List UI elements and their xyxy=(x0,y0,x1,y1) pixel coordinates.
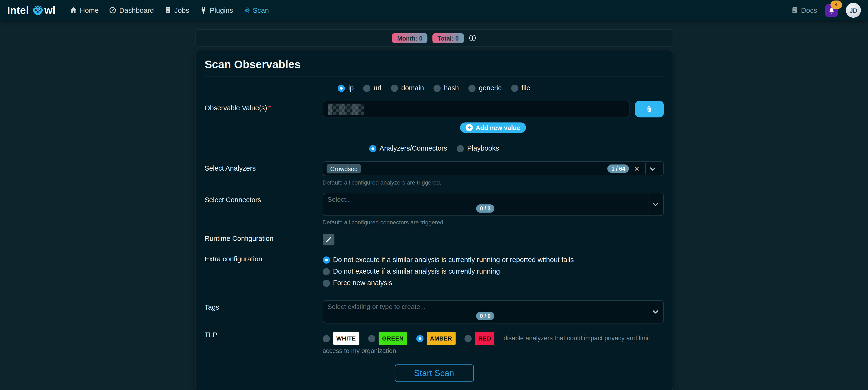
runtime-configuration-label: Runtime Configuration xyxy=(205,234,322,243)
extra-configuration-label: Extra configuration xyxy=(205,254,322,263)
page-title: Scan Observables xyxy=(205,58,663,71)
select-connectors-row: Select Connectors Select.. 0 / 3 Default… xyxy=(205,193,663,226)
chevron-down-icon[interactable] xyxy=(648,308,662,316)
tlp-white-badge: WHITE xyxy=(333,332,359,345)
title-divider xyxy=(205,76,663,77)
select-connectors-label: Select Connectors xyxy=(205,193,322,204)
tags-label: Tags xyxy=(205,300,322,311)
tlp-option-amber[interactable]: AMBER xyxy=(416,332,455,345)
docs-link[interactable]: Docs xyxy=(791,6,817,14)
intelowl-app: Intel wl Home xyxy=(0,0,868,390)
required-asterisk: * xyxy=(268,104,271,112)
observable-values-row: Observable Value(s)* xyxy=(205,101,663,133)
job-quota-card: Month: 0 Total: 0 xyxy=(195,29,673,47)
nav-item-plugins[interactable]: Plugins xyxy=(200,6,233,14)
classification-radio-group: ip url domain hash generic file xyxy=(205,84,663,92)
add-new-value-button[interactable]: + Add new value xyxy=(460,122,526,133)
radio-icon xyxy=(322,279,330,287)
remove-value-button[interactable] xyxy=(635,101,663,118)
nav-item-scan[interactable]: ☠ Scan xyxy=(244,6,269,14)
mode-option-analyzers-connectors[interactable]: Analyzers/Connectors xyxy=(369,145,447,152)
runtime-configuration-row: Runtime Configuration xyxy=(205,234,663,245)
owl-logo-icon xyxy=(33,5,43,16)
connectors-placeholder: Select.. xyxy=(328,196,643,203)
observable-value-input[interactable] xyxy=(322,101,629,118)
home-icon xyxy=(70,7,77,14)
user-avatar[interactable]: JD xyxy=(846,3,861,18)
classification-option-generic[interactable]: generic xyxy=(468,84,501,92)
connectors-multiselect[interactable]: Select.. 0 / 3 xyxy=(322,193,663,216)
radio-icon xyxy=(468,84,475,92)
radio-icon xyxy=(465,335,472,342)
extra-configuration-row: Extra configuration Do not execute if a … xyxy=(205,254,663,287)
tlp-option-green[interactable]: GREEN xyxy=(368,332,407,345)
radio-icon xyxy=(322,256,330,264)
nav-item-home[interactable]: Home xyxy=(70,6,99,14)
classification-option-url[interactable]: url xyxy=(363,84,381,92)
info-icon[interactable] xyxy=(469,34,476,42)
brand-logo[interactable]: Intel wl xyxy=(7,4,56,17)
plus-circle-icon: + xyxy=(466,124,473,131)
radio-icon xyxy=(368,335,376,342)
mode-radio-group: Analyzers/Connectors Playbooks xyxy=(205,145,663,152)
nav-item-label: Dashboard xyxy=(119,6,154,14)
tlp-option-white[interactable]: WHITE xyxy=(322,332,359,345)
dashboard-icon xyxy=(109,7,117,14)
radio-icon xyxy=(391,84,398,92)
tags-placeholder: Select existing or type to create... xyxy=(328,303,643,311)
tlp-red-badge: RED xyxy=(475,332,494,345)
classification-option-ip[interactable]: ip xyxy=(338,84,354,92)
scan-skull-icon: ☠ xyxy=(244,7,250,14)
tlp-amber-badge: AMBER xyxy=(427,332,455,345)
radio-icon xyxy=(338,84,345,92)
navbar: Intel wl Home xyxy=(0,0,868,21)
analyzers-multiselect[interactable]: Crowdsec 1 / 64 ✕ xyxy=(322,161,663,176)
observable-values-label: Observable Value(s)* xyxy=(205,101,322,112)
clear-selection-icon[interactable]: ✕ xyxy=(634,165,640,173)
navbar-right: Docs 4 JD xyxy=(791,3,861,18)
notifications-button[interactable]: 4 xyxy=(825,3,838,17)
total-quota-badge: Total: 0 xyxy=(432,33,464,43)
scan-observables-card: Scan Observables ip url domain hash xyxy=(195,50,673,390)
extra-option-no-exec-without-fails[interactable]: Do not execute if a similar analysis is … xyxy=(322,256,663,264)
radio-icon xyxy=(511,84,518,92)
nav-menu: Home Dashboard Jobs xyxy=(70,6,269,14)
radio-icon xyxy=(322,335,330,342)
jobs-icon xyxy=(164,7,172,14)
docs-icon xyxy=(791,7,798,14)
chevron-down-icon[interactable] xyxy=(648,201,662,208)
classification-option-hash[interactable]: hash xyxy=(433,84,459,92)
radio-icon xyxy=(363,84,370,92)
brand-intel-text: Intel xyxy=(7,4,29,17)
notifications-count-badge: 4 xyxy=(830,0,842,8)
classification-option-domain[interactable]: domain xyxy=(391,84,424,92)
nav-item-label: Scan xyxy=(253,6,269,14)
radio-icon xyxy=(457,145,464,152)
analyzers-count-badge: 1 / 64 xyxy=(608,164,629,173)
nav-item-label: Plugins xyxy=(210,6,233,14)
brand-owl-text: wl xyxy=(44,4,55,17)
nav-item-jobs[interactable]: Jobs xyxy=(164,6,189,14)
plug-icon xyxy=(200,7,207,14)
connectors-count-badge: 0 / 3 xyxy=(476,204,495,213)
select-analyzers-row: Select Analyzers Crowdsec 1 / 64 ✕ Defau… xyxy=(205,161,663,185)
tlp-option-red[interactable]: RED xyxy=(465,332,494,345)
analyzers-helper-text: Default: all configured analyzers are tr… xyxy=(322,179,663,185)
nav-item-label: Home xyxy=(80,6,99,14)
tlp-green-badge: GREEN xyxy=(379,332,407,345)
extra-option-no-exec-running[interactable]: Do not execute if a similar analysis is … xyxy=(322,267,663,275)
mode-option-playbooks[interactable]: Playbooks xyxy=(457,145,499,152)
radio-icon xyxy=(433,84,441,92)
classification-option-file[interactable]: file xyxy=(511,84,530,92)
nav-item-label: Jobs xyxy=(174,6,189,14)
tags-count-badge: 0 / 0 xyxy=(476,312,495,320)
chevron-down-icon[interactable] xyxy=(645,165,659,173)
edit-runtime-config-button[interactable] xyxy=(322,234,334,245)
extra-option-force-new[interactable]: Force new analysis xyxy=(322,279,663,287)
radio-icon xyxy=(416,335,423,342)
month-quota-badge: Month: 0 xyxy=(392,33,428,43)
tags-multiselect[interactable]: Select existing or type to create... 0 /… xyxy=(322,300,663,324)
pencil-icon xyxy=(325,237,332,243)
start-scan-button[interactable]: Start Scan xyxy=(395,364,474,382)
nav-item-dashboard[interactable]: Dashboard xyxy=(109,6,154,14)
